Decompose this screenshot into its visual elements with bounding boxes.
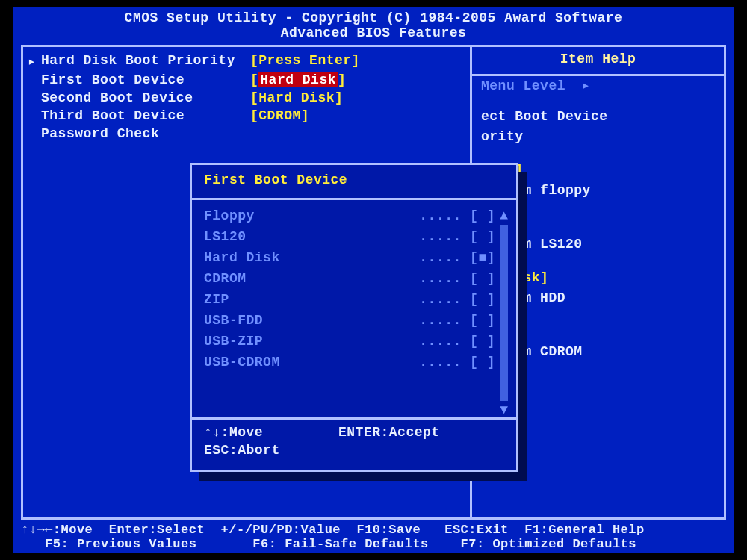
boot-device-popup: First Boot Device Floppy ..... [ ] LS120… xyxy=(190,163,518,472)
option-label: USB-ZIP xyxy=(204,334,263,349)
menu-level: Menu Level▸ xyxy=(481,77,715,93)
setting-value: [Press Enter] xyxy=(250,53,360,69)
popup-footer: ↑↓:Move ENTER:Accept ESC:Abort xyxy=(204,425,504,461)
hint-move: ↑↓:Move xyxy=(204,425,338,440)
setting-first-boot[interactable]: First Boot Device [Hard Disk] xyxy=(28,72,465,87)
setting-password-check[interactable]: Password Check xyxy=(28,126,465,141)
pointer-icon: ▸ xyxy=(28,53,41,69)
setting-label: First Boot Device xyxy=(41,72,250,87)
help-title: Item Help xyxy=(481,52,715,66)
scroll-down-icon[interactable]: ▼ xyxy=(498,402,510,417)
popup-scrollbar[interactable]: ▲ ▼ xyxy=(498,208,510,417)
selected-value: Hard Disk xyxy=(258,72,338,87)
option-state: [ ] xyxy=(470,313,495,328)
popup-option-list: Floppy ..... [ ] LS120 ..... [ ] Hard Di… xyxy=(204,208,495,376)
scroll-up-icon[interactable]: ▲ xyxy=(498,208,510,223)
popup-option-ls120[interactable]: LS120 ..... [ ] xyxy=(204,229,495,244)
popup-title: First Boot Device xyxy=(192,165,516,190)
popup-divider-bottom xyxy=(192,417,516,420)
option-label: LS120 xyxy=(204,229,247,244)
option-state: [■] xyxy=(470,250,495,265)
popup-option-usb-fdd[interactable]: USB-FDD ..... [ ] xyxy=(204,313,495,328)
option-state: [ ] xyxy=(470,229,495,244)
option-state: [ ] xyxy=(470,271,495,286)
setting-value: [Hard Disk] xyxy=(250,72,346,87)
option-state: [ ] xyxy=(470,334,495,349)
popup-option-usb-cdrom[interactable]: USB-CDROM ..... [ ] xyxy=(204,355,495,370)
bios-screen: CMOS Setup Utility - Copyright (C) 1984-… xyxy=(13,7,734,553)
popup-option-floppy[interactable]: Floppy ..... [ ] xyxy=(204,208,495,223)
option-label: Floppy xyxy=(204,208,255,223)
option-state: [ ] xyxy=(470,208,495,223)
option-label: USB-FDD xyxy=(204,313,263,328)
option-state: [ ] xyxy=(470,355,495,370)
header-title-1: CMOS Setup Utility - Copyright (C) 1984-… xyxy=(13,10,734,25)
header-title-2: Advanced BIOS Features xyxy=(13,25,734,40)
scroll-track[interactable] xyxy=(500,225,508,401)
setting-label: Third Boot Device xyxy=(41,108,250,123)
hint-abort: ESC:Abort xyxy=(204,443,280,458)
setting-hd-boot-priority[interactable]: ▸ Hard Disk Boot Priority [Press Enter] xyxy=(28,53,465,69)
hint-accept: ENTER:Accept xyxy=(338,425,440,440)
popup-option-cdrom[interactable]: CDROM ..... [ ] xyxy=(204,271,495,286)
popup-option-zip[interactable]: ZIP ..... [ ] xyxy=(204,292,495,307)
option-label: Hard Disk xyxy=(204,250,280,265)
popup-option-hard-disk[interactable]: Hard Disk ..... [■] xyxy=(204,250,495,265)
setting-label: Second Boot Device xyxy=(41,90,250,105)
footer-line-1: ↑↓→←:Move Enter:Select +/-/PU/PD:Value F… xyxy=(21,523,726,537)
setting-label: Hard Disk Boot Priority xyxy=(41,53,250,69)
footer-hints: ↑↓→←:Move Enter:Select +/-/PU/PD:Value F… xyxy=(21,523,726,551)
setting-second-boot[interactable]: Second Boot Device [Hard Disk] xyxy=(28,90,465,105)
setting-third-boot[interactable]: Third Boot Device [CDROM] xyxy=(28,108,465,123)
setting-label: Password Check xyxy=(41,126,250,141)
popup-option-usb-zip[interactable]: USB-ZIP ..... [ ] xyxy=(204,334,495,349)
option-state: [ ] xyxy=(470,292,495,307)
option-label: USB-CDROM xyxy=(204,355,280,370)
footer-line-2: F5: Previous Values F6: Fail-Safe Defaul… xyxy=(21,537,726,551)
option-label: ZIP xyxy=(204,292,229,307)
setting-value: [CDROM] xyxy=(250,108,309,123)
settings-pane: ▸ Hard Disk Boot Priority [Press Enter] … xyxy=(23,47,470,150)
chevron-right-icon: ▸ xyxy=(582,78,590,93)
setting-value: [Hard Disk] xyxy=(250,90,343,105)
option-label: CDROM xyxy=(204,271,247,286)
popup-divider-top xyxy=(192,198,516,200)
